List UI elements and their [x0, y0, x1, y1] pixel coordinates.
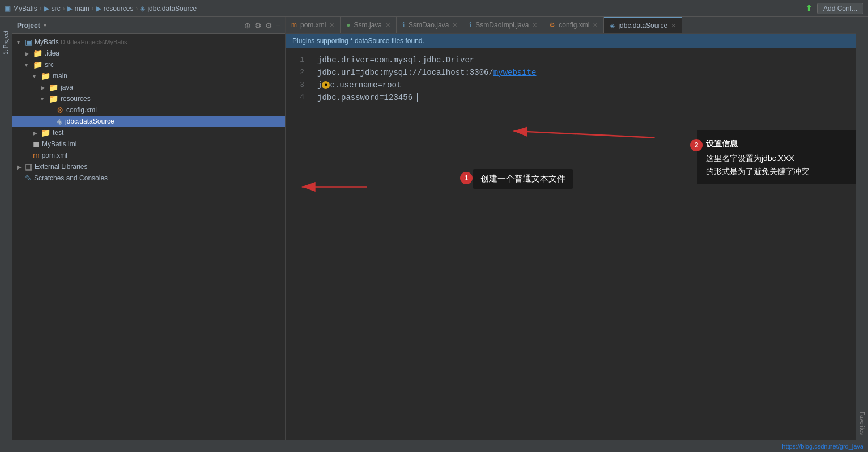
project-icon: ▣ — [25, 37, 32, 47]
panel-title: Project — [17, 22, 40, 29]
tab-ssmdao[interactable]: ℹ SsmDao.java ✕ — [397, 17, 463, 33]
tree-item-pom[interactable]: m pom.xml — [12, 150, 285, 161]
tree-item-idea[interactable]: ▶ 📁 .idea — [12, 48, 285, 59]
tree-item-test[interactable]: ▶ 📁 test — [12, 127, 285, 138]
java-tab-icon: ● — [346, 21, 350, 29]
datasource-icon: ◈ — [57, 117, 63, 126]
top-bar-right: ⬆ Add Conf... — [805, 3, 863, 14]
folder-icon-java: 📁 — [49, 83, 58, 92]
settings-icon[interactable]: ⚙ — [265, 21, 273, 30]
favorites-label: Favorites — [859, 412, 865, 435]
breadcrumb-project[interactable]: MyBatis — [13, 5, 37, 12]
add-conf-button[interactable]: Add Conf... — [817, 3, 863, 14]
folder-icon-test: 📁 — [41, 128, 50, 137]
xml-tab-icon: ⚙ — [549, 21, 555, 29]
tree-item-src[interactable]: ▾ 📁 src — [12, 59, 285, 70]
tree-item-jdbc-datasource[interactable]: ◈ jdbc.dataSource — [12, 116, 285, 127]
tab-pom-label: pom.xml — [300, 21, 326, 29]
code-editor[interactable]: 1 2 3 4 jdbc.driver=com.mysql.jdbc.Drive… — [286, 48, 856, 440]
tab-ssm-close[interactable]: ✕ — [385, 22, 390, 29]
tab-ssm-label: Ssm.java — [354, 21, 382, 29]
tree-item-java[interactable]: ▶ 📁 java — [12, 82, 285, 93]
pom-icon: m — [33, 151, 40, 160]
tab-pom[interactable]: m pom.xml ✕ — [286, 17, 341, 33]
editor-area: m pom.xml ✕ ● Ssm.java ✕ ℹ SsmDao.java ✕… — [286, 17, 856, 440]
tooltip-1: 创建一个普通文本文件 — [473, 169, 573, 189]
tooltip-2-line2: 这里名字设置为jdbc.XXX — [706, 152, 846, 164]
plugin-notice: Plugins supporting *.dataSource files fo… — [286, 34, 856, 48]
tree-item-resources[interactable]: ▾ 📁 resources — [12, 93, 285, 104]
code-content[interactable]: jdbc.driver=com.mysql.jdbc.Driver jdbc.u… — [308, 48, 856, 440]
tree-item-mybatis-iml[interactable]: ◼ MyBatis.iml — [12, 138, 285, 150]
tab-dao-close[interactable]: ✕ — [452, 22, 457, 29]
code-line-3: j●c.username=root — [317, 79, 846, 91]
folder-icon-src: 📁 — [33, 60, 42, 69]
main-layout: 1: Project Project ▾ ⊕ ⚙ ⚙ − ▾ ▣ MyBatis… — [0, 17, 868, 440]
ds-tab-icon: ◈ — [610, 22, 615, 29]
git-icon: ⬆ — [805, 3, 812, 14]
folder-icon-resources: 📁 — [49, 94, 58, 103]
tree-item-main[interactable]: ▾ 📁 main — [12, 70, 285, 82]
gear-icon[interactable]: ⚙ — [254, 21, 262, 30]
tab-config-xml[interactable]: ⚙ config.xml ✕ — [543, 17, 604, 33]
breadcrumb-src[interactable]: src — [52, 5, 61, 12]
project-tree: ▾ ▣ MyBatis D:\IdeaProjects\MyBatis ▶ 📁 … — [12, 34, 285, 440]
minimize-icon[interactable]: − — [276, 21, 280, 30]
favorites-strip[interactable]: Favorites — [856, 17, 868, 440]
tree-item-scratches[interactable]: ✎ Scratches and Consoles — [12, 172, 285, 184]
breadcrumb-folder-icon3: ▶ — [96, 5, 101, 12]
breadcrumb-folder-icon2: ▶ — [67, 5, 73, 12]
tree-item-external-libs[interactable]: ▶ ▦ External Libraries — [12, 161, 285, 172]
breadcrumb-file-icon: ◈ — [140, 5, 145, 12]
ext-lib-icon: ▦ — [25, 162, 32, 171]
tab-pom-close[interactable]: ✕ — [329, 22, 334, 29]
tab-ssm-java[interactable]: ● Ssm.java ✕ — [341, 17, 397, 33]
tab-impl-label: SsmDaoImpl.java — [475, 21, 529, 29]
tab-bar: m pom.xml ✕ ● Ssm.java ✕ ℹ SsmDao.java ✕… — [286, 17, 856, 34]
breadcrumb-icon: ▣ — [5, 5, 11, 12]
code-line-4: jdbc.password=123456 — [317, 91, 846, 104]
iml-icon: ◼ — [33, 140, 40, 149]
tooltip-2-line1: 设置信息 — [706, 137, 846, 150]
breadcrumb-file[interactable]: jdbc.dataSource — [147, 5, 197, 12]
tooltip-1-text: 创建一个普通文本文件 — [480, 174, 565, 183]
plugin-notice-text: Plugins supporting *.dataSource files fo… — [292, 37, 424, 45]
folder-icon-idea: 📁 — [33, 49, 42, 58]
top-bar: ▣ MyBatis › ▶ src › ▶ main › ▶ resources… — [0, 0, 868, 17]
panel-header-icons: ⊕ ⚙ ⚙ − — [244, 21, 280, 30]
tab-ds-label: jdbc.dataSource — [618, 22, 667, 29]
breadcrumb-folder-icon: ▶ — [44, 5, 49, 12]
breadcrumb: ▣ MyBatis › ▶ src › ▶ main › ▶ resources… — [5, 5, 805, 12]
project-tab-label[interactable]: 1: Project — [3, 31, 9, 54]
tree-item-config-xml[interactable]: ⚙ config.xml — [12, 104, 285, 116]
impl-tab-icon: ℹ — [469, 21, 472, 29]
code-line-1: jdbc.driver=com.mysql.jdbc.Driver — [317, 54, 846, 66]
project-panel: Project ▾ ⊕ ⚙ ⚙ − ▾ ▣ MyBatis D:\IdeaPro… — [12, 17, 286, 440]
folder-icon-main: 📁 — [41, 71, 50, 81]
panel-header: Project ▾ ⊕ ⚙ ⚙ − — [12, 17, 285, 34]
status-url[interactable]: https://blog.csdn.net/grd_java — [782, 443, 863, 450]
tab-impl-close[interactable]: ✕ — [532, 22, 537, 29]
breadcrumb-resources[interactable]: resources — [104, 5, 134, 12]
scratch-icon: ✎ — [25, 174, 32, 183]
tab-ds-close[interactable]: ✕ — [671, 22, 676, 29]
dao-tab-icon: ℹ — [402, 21, 405, 29]
dropdown-icon: ▾ — [44, 22, 46, 28]
tab-ssmdaoimpl[interactable]: ℹ SsmDaoImpl.java ✕ — [463, 17, 543, 33]
tooltip-2: 设置信息 这里名字设置为jdbc.XXX 的形式是为了避免关键字冲突 — [697, 130, 856, 184]
tab-jdbc-ds[interactable]: ◈ jdbc.dataSource ✕ — [604, 17, 682, 33]
globe-icon[interactable]: ⊕ — [244, 21, 251, 30]
tab-xml-close[interactable]: ✕ — [593, 22, 598, 29]
code-line-2: jdbc.url=jdbc:mysql://localhost:3306/myw… — [317, 66, 846, 79]
tree-item-mybatis[interactable]: ▾ ▣ MyBatis D:\IdeaProjects\MyBatis — [12, 36, 285, 48]
sidebar-strip: 1: Project — [0, 17, 12, 440]
pom-tab-icon: m — [291, 21, 297, 29]
line-numbers: 1 2 3 4 — [286, 48, 308, 440]
breadcrumb-main[interactable]: main — [75, 5, 90, 12]
tooltip-1-badge: 1 — [460, 172, 473, 184]
tab-dao-label: SsmDao.java — [409, 21, 449, 29]
status-bar: https://blog.csdn.net/grd_java — [0, 440, 868, 452]
tooltip-2-line3: 的形式是为了避免关键字冲突 — [706, 165, 846, 178]
tab-xml-label: config.xml — [559, 21, 589, 29]
tooltip-2-badge: 2 — [690, 139, 703, 151]
